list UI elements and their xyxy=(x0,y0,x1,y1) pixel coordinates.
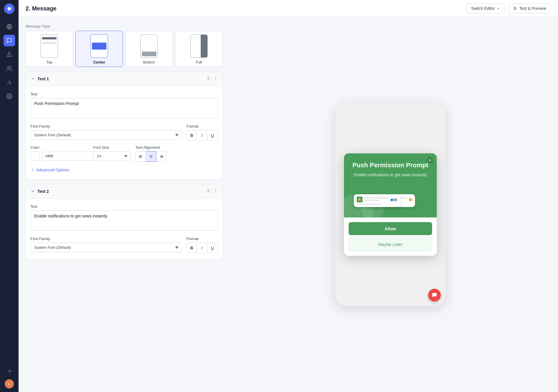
text2-text-label: Text xyxy=(30,204,218,209)
chevron-right-icon xyxy=(30,168,35,172)
text2-bold-button[interactable]: B xyxy=(186,243,197,253)
flask-icon xyxy=(6,52,12,57)
maybe-later-button[interactable]: Maybe Later xyxy=(349,237,432,251)
allow-button[interactable]: Allow xyxy=(349,222,432,235)
switch-editor-label: Switch Editor xyxy=(471,6,495,11)
text2-italic-button[interactable]: I xyxy=(197,243,207,253)
svg-point-19 xyxy=(215,79,215,80)
text1-alignment-col: Text Alignment xyxy=(135,145,167,162)
svg-point-15 xyxy=(208,79,208,79)
text1-font-family-select[interactable]: System Font (Default) xyxy=(30,130,182,140)
user-avatar[interactable]: U xyxy=(5,379,14,389)
text1-chevron[interactable] xyxy=(30,76,35,82)
text1-more-icon[interactable] xyxy=(213,76,218,82)
text2-underline-button[interactable]: U xyxy=(207,243,218,253)
svg-point-35 xyxy=(209,190,209,191)
chat-icon xyxy=(6,38,12,43)
text2-format-buttons: B I U xyxy=(186,243,218,253)
message-type-section: Message Type Top xyxy=(26,24,223,67)
text1-body: Text Font Family System Font (Default) F xyxy=(26,86,222,179)
page-header: 2. Message Switch Editor Test & Preview xyxy=(19,0,558,17)
sidebar: U xyxy=(0,0,19,392)
preview-panel: ✕ Push Permission Prompt Enable notifica… xyxy=(230,24,551,385)
sidebar-item-settings[interactable] xyxy=(3,90,15,102)
sidebar-item-chat[interactable] xyxy=(3,35,15,46)
top-icon xyxy=(41,35,58,58)
svg-point-13 xyxy=(208,78,208,78)
text1-align-center-button[interactable] xyxy=(146,151,156,162)
text2-drag-handle-icon[interactable] xyxy=(206,188,211,194)
header-actions: Switch Editor Test & Preview xyxy=(466,3,551,13)
text1-color-row: Color Font Size 24 xyxy=(30,145,218,162)
switch-editor-button[interactable]: Switch Editor xyxy=(466,3,505,13)
sidebar-expand-button[interactable] xyxy=(3,365,15,377)
text1-color-swatch[interactable] xyxy=(30,151,40,161)
text2-text-input[interactable] xyxy=(30,210,218,231)
allow-label: Allow xyxy=(385,226,396,231)
test-preview-button[interactable]: Test & Preview xyxy=(508,3,551,13)
text1-font-size-select[interactable]: 24 xyxy=(93,151,131,161)
text2-more-icon[interactable] xyxy=(213,188,218,194)
sidebar-item-chart[interactable] xyxy=(3,77,15,88)
text1-color-input-row xyxy=(30,151,88,161)
text1-align-right-button[interactable] xyxy=(156,151,167,162)
play-icon xyxy=(513,6,517,10)
align-right-icon xyxy=(160,155,164,159)
text1-align-left-button[interactable] xyxy=(135,151,146,162)
chat-fab-button[interactable] xyxy=(428,289,441,302)
text1-font-family-col: Font Family System Font (Default) xyxy=(30,124,182,140)
text1-advanced-options-toggle[interactable]: Advanced Options xyxy=(30,166,218,173)
message-type-center[interactable]: Center xyxy=(75,31,123,67)
text1-text-label: Text xyxy=(30,92,218,96)
modal-title: Push Permission Prompt xyxy=(351,161,430,169)
message-type-bottom[interactable]: Bottom xyxy=(125,31,173,67)
text2-section: Text 2 Text xyxy=(26,184,223,259)
notif-emoji-2: 😊 xyxy=(409,198,412,201)
svg-point-37 xyxy=(209,192,209,192)
svg-point-8 xyxy=(9,96,10,97)
message-type-full[interactable]: Full xyxy=(175,31,223,67)
sidebar-item-flask[interactable] xyxy=(3,49,15,60)
text2-format-col: Format B I U xyxy=(186,237,218,253)
sidebar-logo[interactable] xyxy=(4,3,15,14)
text1-format-label: Format xyxy=(186,124,218,128)
text1-bold-button[interactable]: B xyxy=(186,130,197,141)
text2-font-family-select[interactable]: System Font (Default) xyxy=(30,243,182,252)
message-type-top[interactable]: Top xyxy=(26,31,73,67)
text1-italic-button[interactable]: I xyxy=(197,130,207,141)
maybe-later-label: Maybe Later xyxy=(378,242,402,247)
close-icon: ✕ xyxy=(428,158,431,162)
sidebar-item-globe[interactable] xyxy=(3,21,15,32)
svg-point-1 xyxy=(8,7,11,10)
sidebar-item-users[interactable] xyxy=(3,63,15,74)
text1-advanced-options-label: Advanced Options xyxy=(36,168,69,172)
left-panel: Message Type Top xyxy=(26,24,223,385)
text1-font-format-row: Font Family System Font (Default) Format… xyxy=(30,124,218,141)
text1-underline-button[interactable]: U xyxy=(207,130,218,141)
svg-point-11 xyxy=(208,77,208,77)
svg-point-4 xyxy=(8,66,10,68)
svg-marker-10 xyxy=(514,7,517,10)
text1-text-input[interactable] xyxy=(30,98,218,118)
text2-chevron[interactable] xyxy=(30,189,35,194)
svg-point-33 xyxy=(209,190,209,190)
main-content: 2. Message Switch Editor Test & Preview … xyxy=(19,0,558,392)
center-label: Center xyxy=(93,60,105,64)
text1-actions xyxy=(206,76,218,82)
content-area: Message Type Top xyxy=(19,17,558,392)
modal-subtitle: Enable notifications to get news instant… xyxy=(351,172,430,178)
notif-card-1: 🔔 👥⚽ xyxy=(354,194,400,207)
drag-handle-icon[interactable] xyxy=(206,76,211,82)
text1-text-field: Text xyxy=(30,92,218,119)
text2-text-field: Text xyxy=(30,204,218,232)
text1-color-field[interactable] xyxy=(42,152,97,161)
text1-color-label: Color xyxy=(30,145,88,150)
text1-font-family-label: Font Family xyxy=(30,124,182,128)
align-left-icon xyxy=(139,155,143,159)
chart-icon xyxy=(6,79,12,85)
text1-color-col: Color xyxy=(30,145,88,161)
text1-font-size-label: Font Size xyxy=(93,145,131,150)
modal-close-button[interactable]: ✕ xyxy=(426,157,433,164)
svg-point-14 xyxy=(209,78,209,78)
text2-font-family-col: Font Family System Font (Default) xyxy=(30,237,182,252)
